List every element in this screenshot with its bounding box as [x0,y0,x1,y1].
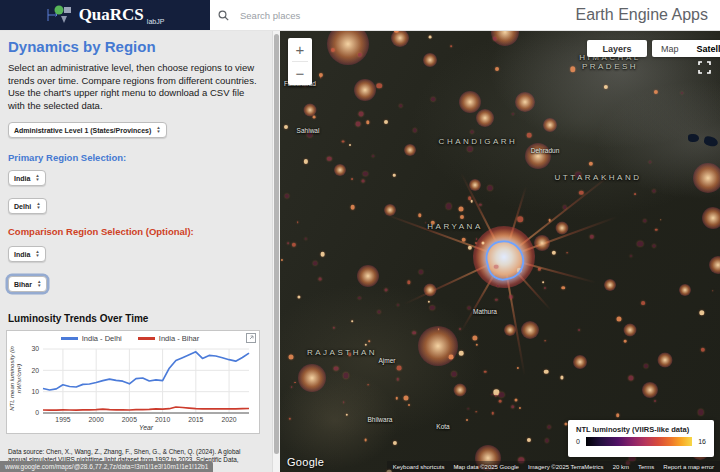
night-light-dot [494,264,499,269]
fullscreen-icon[interactable] [698,61,711,74]
night-light-blob [357,265,379,287]
chart-plot-area: 0102030199520002005201020152020Year [7,341,257,431]
panel-scrollbar-thumb[interactable] [274,34,279,454]
attribution-item[interactable]: 20 km [613,464,629,470]
primary-country-select[interactable]: India ▲▼ [8,170,46,186]
night-light-dot [497,285,499,287]
night-light-dot [319,278,322,281]
night-light-dot [468,146,473,151]
reservoir-shape [703,135,719,147]
comparison-country-select[interactable]: India ▲▼ [8,246,46,262]
night-light-dot [544,369,549,374]
svg-text:2020: 2020 [222,416,237,423]
night-light-dot [551,251,555,255]
night-light-dot [446,204,452,210]
svg-text:20: 20 [31,367,39,374]
night-light-blob [304,104,317,117]
zoom-out-button[interactable]: − [288,62,312,85]
night-light-dot [649,161,651,163]
comparison-region-select[interactable]: Bihar ▲▼ [8,276,47,292]
map-type-map-button[interactable]: Map [652,40,688,57]
night-light-dot [372,155,374,157]
svg-text:10: 10 [31,388,39,395]
light-trail [461,257,505,331]
night-light-dot [419,270,423,274]
comparison-selection-heading: Comparison Region Selection (Optional): [8,226,194,237]
night-light-blob [709,256,720,274]
night-light-dot [366,121,369,124]
night-light-dot [655,228,658,231]
primary-selection-heading: Primary Region Selection: [8,152,126,163]
select-stepper-icon: ▲▼ [36,202,40,210]
night-light-dot [334,366,339,371]
night-light-dot [396,304,398,306]
svg-text:2000: 2000 [89,416,104,423]
light-trail [503,186,526,258]
night-light-blob [327,30,369,65]
night-light-dot [313,116,316,119]
attribution-item[interactable]: Report a map error [663,464,714,470]
attribution-item[interactable]: Map data ©2025 Google [453,464,518,470]
night-light-dot [349,144,351,146]
night-light-dot [563,205,567,209]
night-light-dot [492,412,494,414]
primary-region-select[interactable]: Delhi ▲▼ [8,198,47,214]
night-light-blob [556,222,569,235]
night-light-dot [425,222,427,224]
legend-swatch [61,337,78,340]
night-light-dot [643,219,646,222]
night-light-blob [491,30,519,46]
night-light-dot [652,245,655,248]
luminosity-chart-card[interactable]: India - DelhiIndia - Bihar NTL mean lumi… [6,330,260,434]
night-light-dot [652,189,655,192]
night-light-dot [395,397,397,399]
svg-text:1995: 1995 [55,416,70,423]
map-type-satellite-button[interactable]: Satellite [688,40,720,57]
map-canvas[interactable]: HIMACHAL PRADESHCHANDIGARHUTTARAKHANDHAR… [280,30,720,472]
svg-text:2010: 2010 [155,416,170,423]
night-light-dot [519,407,521,409]
night-light-dot [509,295,513,299]
night-light-dot [545,439,548,442]
comparison-region-value: Bihar [14,281,32,288]
night-light-blob [454,384,467,397]
night-light-dot [413,129,416,132]
night-light-dot [319,73,323,77]
night-light-dot [333,327,335,329]
zoom-in-button[interactable]: + [288,38,312,61]
quarcs-logo[interactable]: QuaRCS labJP [0,0,210,30]
night-light-dot [358,297,360,299]
map-label-dehradun: Dehradun [531,147,560,154]
map-label-kota: Kota [436,423,449,430]
search-input[interactable] [238,9,392,22]
night-light-dot [499,392,504,397]
attribution-item[interactable]: Keyboard shortcuts [393,464,445,470]
night-light-dot [304,238,306,240]
night-light-dot [320,252,325,257]
night-light-dot [634,193,636,195]
night-light-dot [544,287,546,289]
night-light-dot [517,367,519,369]
night-light-dot [468,245,472,249]
admin-level-select[interactable]: Administrative Level 1 (States/Provinces… [8,122,167,138]
night-light-dot [297,296,300,299]
primary-region-value: Delhi [14,203,31,210]
svg-text:2005: 2005 [122,416,137,423]
select-stepper-icon: ▲▼ [37,280,41,288]
attribution-item[interactable]: Imagery ©2025 TerraMetrics [528,464,604,470]
logo-subtitle: labJP [147,18,165,25]
night-light-dot [327,157,331,161]
night-light-dot [681,92,683,94]
night-light-dot [450,45,452,47]
light-trail [504,171,615,258]
night-light-dot [712,290,714,292]
layers-button[interactable]: Layers [587,40,647,57]
night-light-dot [484,370,487,373]
light-trail [503,257,551,310]
svg-text:0: 0 [35,409,39,416]
ntl-legend-title: NTL luminosity (VIIRS-like data) [576,425,706,434]
attribution-item[interactable]: Terms [638,464,654,470]
ntl-legend-card: NTL luminosity (VIIRS-like data) 0 16 [568,420,714,457]
night-light-dot [407,281,410,284]
night-light-dot [281,259,283,261]
